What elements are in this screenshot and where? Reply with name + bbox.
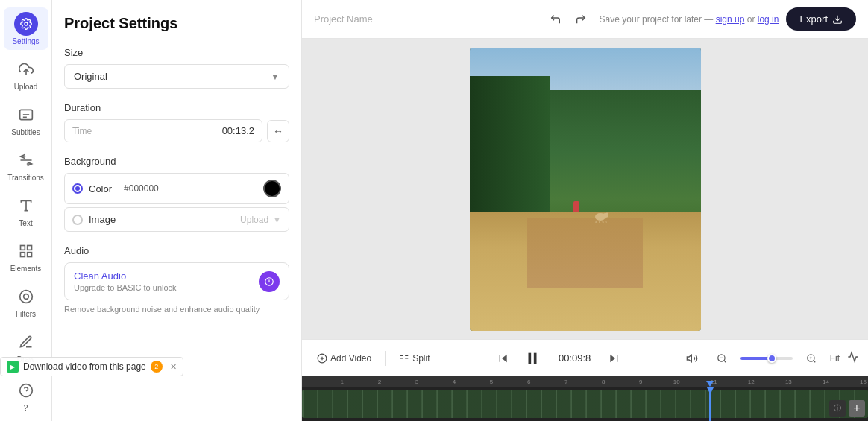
log-in-link[interactable]: log in [758, 14, 779, 25]
timeline-add-button[interactable]: + [849, 400, 865, 417]
ruler-mark: 1 [308, 379, 345, 385]
svg-rect-7 [20, 246, 25, 250]
draw-icon [14, 330, 38, 354]
ruler-marks: 123456789101112131415 [308, 379, 868, 385]
topbar-nav [544, 8, 592, 31]
ruler-mark: 13 [756, 379, 793, 385]
size-selected-value: Original [74, 71, 107, 82]
sidebar-item-settings[interactable]: Settings [4, 7, 48, 50]
text-icon [14, 194, 38, 218]
download-banner: ▶ Download video from this page 2 ✕ [0, 357, 183, 376]
pause-button[interactable] [520, 346, 545, 371]
ruler-mark: 12 [719, 379, 756, 385]
svg-point-12 [23, 294, 28, 300]
sidebar-item-elements[interactable]: Elements [4, 235, 48, 277]
zoom-out-button[interactable] [711, 347, 733, 370]
download-text: Download video from this page [23, 361, 146, 372]
sidebar-item-help[interactable]: ? [4, 374, 48, 417]
audio-section: Audio Clean Audio Upgrade to BASIC to un… [64, 245, 289, 314]
sidebar-item-settings-label: Settings [12, 37, 39, 45]
ruler-mark: 7 [532, 379, 569, 385]
download-close-button[interactable]: ✕ [170, 362, 177, 372]
volume-area [681, 347, 703, 370]
image-option-left: Image [72, 214, 116, 225]
sidebar-item-filters[interactable]: Filters [4, 280, 48, 323]
image-radio[interactable] [72, 215, 83, 225]
sidebar-item-filters-label: Filters [16, 310, 36, 318]
timeline-info-button[interactable]: ⓘ [829, 400, 846, 417]
save-prefix: Save your project for later — [600, 14, 716, 25]
redo-button[interactable] [570, 8, 592, 31]
split-button[interactable]: Split [393, 350, 435, 367]
export-label: Export [799, 13, 828, 25]
sidebar-item-text[interactable]: Text [4, 189, 48, 232]
duration-section: Duration Time 00:13.2 ↔ [64, 102, 289, 142]
svg-rect-9 [27, 253, 31, 257]
audio-subtitle: Upgrade to BASIC to unlock [74, 283, 177, 292]
background-label: Background [64, 156, 289, 167]
color-option-label: Color [89, 183, 112, 194]
sidebar-item-subtitles[interactable]: Subtitles [4, 98, 48, 141]
audio-card[interactable]: Clean Audio Upgrade to BASIC to unlock [64, 262, 289, 300]
subtitles-icon [14, 103, 38, 127]
duration-expand-button[interactable]: ↔ [267, 120, 289, 142]
ruler-mark: 4 [420, 379, 457, 385]
divider-1 [385, 351, 386, 366]
color-option-row: Color #000000 [64, 173, 289, 204]
color-hex-value: #000000 [124, 183, 159, 194]
video-preview [470, 48, 701, 331]
duration-time-label: Time [72, 126, 92, 136]
image-upload-button[interactable]: Upload [240, 215, 268, 225]
svg-marker-32 [687, 355, 691, 361]
add-video-button[interactable]: Add Video [311, 350, 377, 367]
zoom-in-button[interactable] [800, 347, 823, 370]
audio-info: Clean Audio Upgrade to BASIC to unlock [74, 270, 177, 292]
timeline-track [302, 387, 868, 421]
waveform-button[interactable] [847, 351, 859, 365]
sidebar-item-upload[interactable]: Upload [4, 53, 48, 95]
sign-up-link[interactable]: sign up [716, 14, 745, 25]
download-badge: 2 [151, 361, 163, 373]
svg-line-20 [603, 221, 603, 223]
size-select[interactable]: Original ▼ [64, 64, 289, 89]
image-option-label: Image [89, 214, 116, 225]
skip-forward-button[interactable] [605, 349, 623, 367]
audio-title: Clean Audio [74, 270, 177, 282]
duration-row: Time 00:13.2 ↔ [64, 119, 289, 142]
duration-field: Time 00:13.2 [64, 119, 262, 142]
topbar: Project Name Save your project for later… [302, 0, 868, 39]
undo-button[interactable] [544, 8, 567, 31]
size-chevron-icon: ▼ [271, 72, 280, 82]
project-name-placeholder[interactable]: Project Name [314, 13, 537, 25]
ruler-mark: 5 [457, 379, 494, 385]
color-swatch[interactable] [263, 180, 281, 197]
audio-label: Audio [64, 245, 289, 256]
or-label: or [747, 14, 758, 25]
export-button[interactable]: Export [786, 7, 856, 31]
color-option-left: Color #000000 [72, 183, 159, 194]
zoom-slider[interactable] [740, 357, 793, 360]
skip-back-button[interactable] [494, 349, 512, 367]
color-radio[interactable] [72, 183, 83, 194]
timeline-ruler: 123456789101112131415 [302, 376, 868, 387]
duration-value: 00:13.2 [222, 125, 254, 136]
svg-point-0 [25, 22, 28, 25]
svg-point-22 [606, 213, 608, 215]
svg-line-18 [596, 221, 597, 223]
ruler-mark: 9 [607, 379, 644, 385]
timeline[interactable]: 123456789101112131415 ⓘ + [302, 376, 868, 421]
playhead[interactable] [709, 387, 711, 421]
ruler-mark: 2 [345, 379, 383, 385]
ruler-mark: 15 [831, 379, 868, 385]
settings-icon [14, 12, 38, 36]
add-video-label: Add Video [330, 353, 371, 364]
radio-inner [75, 186, 80, 191]
ruler-mark: 14 [793, 379, 831, 385]
svg-line-21 [606, 221, 606, 223]
fit-button[interactable]: Fit [830, 353, 840, 364]
timeline-clip[interactable] [302, 390, 868, 418]
volume-button[interactable] [681, 347, 703, 370]
audio-upgrade-icon [259, 271, 280, 292]
sidebar-item-transitions[interactable]: Transitions [4, 144, 48, 186]
download-play-icon: ▶ [7, 361, 19, 373]
